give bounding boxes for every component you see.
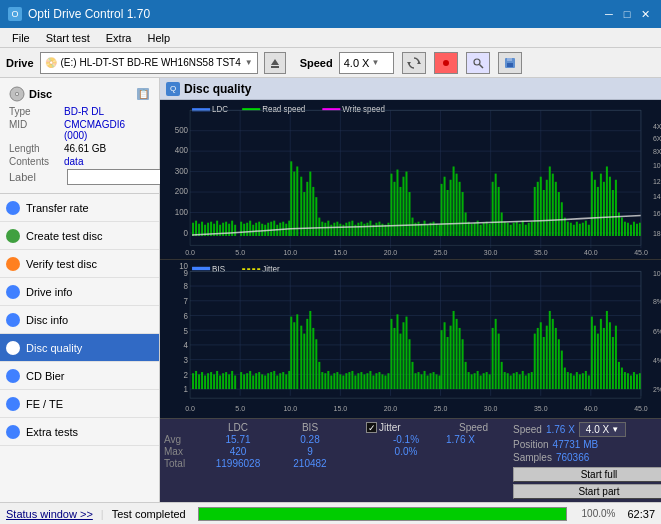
drive-select[interactable]: 📀 (E:) HL-DT-ST BD-RE WH16NS58 TST4 ▼: [40, 52, 258, 74]
svg-rect-357: [474, 373, 476, 389]
start-part-button[interactable]: Start part: [513, 484, 661, 499]
svg-rect-388: [567, 372, 569, 389]
start-full-button[interactable]: Start full: [513, 467, 661, 482]
disc-length-row: Length 46.61 GB: [9, 143, 150, 154]
svg-marker-0: [271, 59, 279, 65]
svg-rect-181: [543, 190, 545, 236]
svg-text:BIS: BIS: [212, 263, 225, 274]
eject-button[interactable]: [264, 52, 286, 74]
svg-text:5.0: 5.0: [235, 249, 245, 257]
jitter-checkbox[interactable]: ✓: [366, 422, 377, 433]
svg-text:8%: 8%: [653, 296, 661, 306]
col-bis-header: BIS: [274, 422, 346, 433]
disc-refresh-btn[interactable]: 📋: [136, 87, 150, 101]
svg-rect-184: [552, 174, 554, 236]
svg-rect-295: [288, 370, 290, 388]
svg-rect-284: [255, 373, 257, 389]
svg-rect-201: [603, 182, 605, 236]
svg-rect-405: [618, 361, 620, 388]
svg-rect-299: [300, 325, 302, 388]
svg-rect-200: [600, 174, 602, 236]
menu-file[interactable]: File: [4, 30, 38, 46]
sidebar-item-disc-quality[interactable]: Disc quality: [0, 334, 159, 362]
svg-rect-196: [588, 225, 590, 236]
status-text: Test completed: [112, 508, 186, 520]
svg-text:0.0: 0.0: [185, 403, 195, 413]
disc-quality-icon: [6, 341, 20, 355]
svg-rect-382: [549, 310, 551, 388]
sidebar-item-transfer-rate-label: Transfer rate: [26, 202, 89, 214]
maximize-button[interactable]: □: [619, 7, 635, 21]
svg-rect-112: [336, 222, 338, 236]
svg-rect-100: [300, 177, 302, 236]
svg-rect-369: [510, 375, 512, 389]
svg-rect-402: [609, 322, 611, 389]
sidebar-item-cd-bier[interactable]: CD Bier: [0, 362, 159, 390]
svg-rect-326: [381, 374, 383, 389]
svg-rect-265: [195, 370, 197, 388]
speed-dropdown[interactable]: 4.0 X ▼: [579, 422, 626, 437]
svg-rect-390: [573, 375, 575, 389]
svg-rect-77: [228, 224, 230, 236]
scan-button[interactable]: [466, 52, 490, 74]
sidebar-item-create-test-disc[interactable]: Create test disc: [0, 222, 159, 250]
close-button[interactable]: ✕: [637, 7, 653, 21]
avg-bis: 0.28: [274, 434, 346, 445]
svg-text:2%: 2%: [653, 385, 661, 395]
disc-header-left: Disc: [9, 86, 52, 102]
svg-rect-115: [345, 223, 347, 236]
sidebar-item-extra-tests[interactable]: Extra tests: [0, 418, 159, 446]
sidebar-item-transfer-rate[interactable]: Transfer rate: [0, 194, 159, 222]
total-bis: 210482: [274, 458, 346, 469]
svg-rect-306: [321, 372, 323, 389]
status-window-button[interactable]: Status window >>: [6, 508, 93, 520]
svg-rect-274: [222, 373, 224, 389]
svg-rect-131: [369, 221, 371, 236]
svg-rect-367: [504, 372, 506, 389]
svg-rect-381: [546, 325, 548, 388]
svg-rect-61: [242, 108, 260, 110]
menu-start-test[interactable]: Start test: [38, 30, 98, 46]
content-title: Disc quality: [184, 82, 251, 96]
progress-pct: 100.0%: [579, 508, 615, 519]
minimize-button[interactable]: ─: [601, 7, 617, 21]
settings-button[interactable]: [434, 52, 458, 74]
svg-rect-368: [507, 373, 509, 389]
svg-rect-410: [633, 372, 635, 389]
total-label: Total: [164, 458, 202, 469]
svg-rect-213: [639, 223, 641, 236]
jitter-checkbox-area[interactable]: ✓ Jitter: [366, 422, 446, 433]
svg-rect-323: [372, 375, 374, 389]
sidebar-item-verify-test-disc[interactable]: Verify test disc: [0, 250, 159, 278]
svg-rect-393: [582, 373, 584, 389]
svg-text:35.0: 35.0: [534, 249, 548, 257]
sidebar-item-fe-te[interactable]: FE / TE: [0, 390, 159, 418]
sidebar-item-disc-info[interactable]: Disc info: [0, 306, 159, 334]
svg-text:0.0: 0.0: [185, 249, 195, 257]
save-button[interactable]: [498, 52, 522, 74]
menu-extra[interactable]: Extra: [98, 30, 140, 46]
refresh-button[interactable]: [402, 52, 426, 74]
svg-rect-88: [255, 223, 257, 236]
svg-rect-354: [465, 361, 467, 388]
svg-rect-298: [296, 314, 298, 389]
svg-text:40.0: 40.0: [584, 249, 598, 257]
svg-rect-392: [579, 374, 581, 389]
svg-rect-65: [192, 223, 194, 236]
charts-container: 0 100 200 300 400 500 18X 16X 14X 12X 10…: [160, 100, 661, 418]
disc-mid-label: MID: [9, 119, 64, 130]
svg-rect-404: [615, 325, 617, 388]
speed-select[interactable]: 4.0 X ▼: [339, 52, 394, 74]
svg-rect-197: [591, 172, 593, 236]
svg-rect-398: [597, 333, 599, 388]
title-bar-left: O Opti Drive Control 1.70: [8, 7, 150, 21]
sidebar-item-drive-info[interactable]: Drive info: [0, 278, 159, 306]
progress-bar-fill: [199, 508, 567, 520]
svg-text:8: 8: [184, 280, 189, 291]
sidebar-item-cd-bier-label: CD Bier: [26, 370, 65, 382]
speed-info-value: 1.76 X: [546, 424, 575, 435]
menu-help[interactable]: Help: [139, 30, 178, 46]
disc-length-value: 46.61 GB: [64, 143, 106, 154]
svg-rect-128: [360, 222, 362, 236]
svg-text:10%: 10%: [653, 268, 661, 278]
